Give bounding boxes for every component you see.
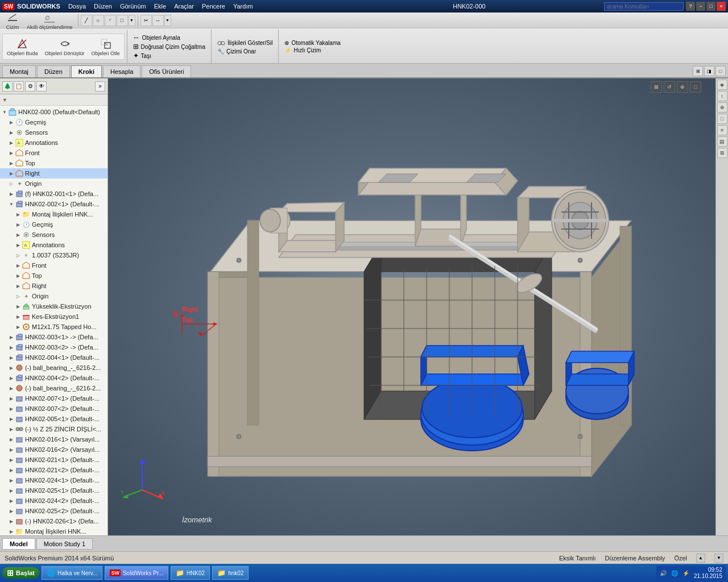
circle-tool[interactable]: ○ bbox=[93, 15, 104, 26]
list-item[interactable]: ▶ (-) ball_bearing_-_6216-2... bbox=[0, 383, 107, 393]
rs-btn-5[interactable]: ≡ bbox=[717, 125, 727, 135]
list-item[interactable]: ▶ HNK02-005<1> (Default-... bbox=[0, 414, 107, 424]
list-item[interactable]: ▶ Yükseklik-Ekstrüzyon bbox=[0, 301, 107, 311]
hnk024-2-expand[interactable]: ▶ bbox=[8, 497, 15, 504]
list-item[interactable]: ▶ A Annotations bbox=[0, 240, 107, 250]
properties-icon[interactable]: 📋 bbox=[14, 81, 24, 92]
list-item[interactable]: ▶ HNK02-004<2> (Default-... bbox=[0, 373, 107, 383]
list-item[interactable]: ▶ Right bbox=[0, 281, 107, 291]
menu-gorunum[interactable]: Görünüm bbox=[117, 3, 150, 10]
objeleri-buda-button[interactable]: Objeleri Buda bbox=[4, 35, 41, 58]
list-item[interactable]: ▶ HNK02-007<2> (Default-... bbox=[0, 404, 107, 414]
tree-root[interactable]: ▼ HNK02-000 (Default<Default) bbox=[0, 107, 107, 117]
montaj-ili2-expand[interactable]: ▶ bbox=[8, 528, 15, 535]
cizim-cogalt-button[interactable]: ⊞ Doğrusal Çizim Çoğaltma bbox=[131, 42, 208, 51]
list-item[interactable]: ▷ ≡ 1.0037 (S235JR) bbox=[0, 250, 107, 260]
ball1-expand[interactable]: ▶ bbox=[8, 364, 15, 371]
extend-tool[interactable]: ↔ bbox=[152, 15, 164, 26]
anno-expand[interactable]: ▶ bbox=[8, 139, 15, 146]
menu-ekle[interactable]: Ekle bbox=[151, 3, 169, 10]
ball2-expand[interactable]: ▶ bbox=[8, 385, 15, 392]
list-item[interactable]: ▶ (-) ½ Z 25 ZİNCİR DİŞLİ<... bbox=[0, 424, 107, 434]
close-button[interactable]: × bbox=[717, 2, 726, 11]
list-item[interactable]: ▶ Top bbox=[0, 271, 107, 281]
right-expand[interactable]: ▶ bbox=[8, 170, 15, 177]
mat-expand[interactable]: ▷ bbox=[15, 252, 22, 259]
list-item[interactable]: ▶ Sensors bbox=[0, 127, 107, 138]
panel-expand[interactable]: » bbox=[95, 81, 105, 92]
hnk003-2-expand[interactable]: ▶ bbox=[8, 344, 15, 351]
list-item[interactable]: ▶ (-) ball_bearing_-_6216-2... bbox=[0, 363, 107, 373]
feature-tree[interactable]: ▼ HNK02-000 (Default<Default) ▶ 🕐 Geçmiş… bbox=[0, 106, 107, 535]
tab-ofis[interactable]: Ofis Ürünleri bbox=[142, 65, 191, 77]
list-item[interactable]: ▶ HNK02-016<1> (Varsayıl... bbox=[0, 434, 107, 444]
menu-yardim[interactable]: Yardım bbox=[230, 3, 257, 10]
display-icon[interactable]: 👁 bbox=[36, 81, 47, 92]
draw-tools-expand[interactable]: ▼ bbox=[129, 15, 135, 26]
rs-btn-4[interactable]: □ bbox=[717, 114, 727, 124]
start-button[interactable]: ⊞ Başlat bbox=[2, 567, 39, 579]
rs-btn-2[interactable]: ↕ bbox=[717, 91, 727, 101]
list-item[interactable]: ▶ HNK02-016<2> (Varsayıl... bbox=[0, 444, 107, 455]
list-item[interactable]: ▶ 📁 Montaj İlişkileri HNK... bbox=[0, 209, 107, 219]
hnk025-1-expand[interactable]: ▶ bbox=[8, 487, 15, 494]
list-item[interactable]: ▶ Sensors bbox=[0, 230, 107, 240]
rs-btn-3[interactable]: ⊕ bbox=[717, 102, 727, 113]
hizli-cizim-button[interactable]: ⚡ Hızlı Çizim bbox=[282, 47, 342, 54]
modify-tools-expand[interactable]: ▼ bbox=[164, 15, 171, 26]
search-input[interactable] bbox=[604, 2, 684, 11]
list-item[interactable]: ▶ HNK02-021<1> (Default-... bbox=[0, 455, 107, 465]
tab-model[interactable]: Model bbox=[2, 538, 35, 550]
hnk016-2-expand[interactable]: ▶ bbox=[8, 446, 15, 453]
zincir-expand[interactable]: ▶ bbox=[8, 426, 15, 433]
objeleri-donustur-button[interactable]: Objeleri Dönüştür bbox=[42, 35, 88, 58]
view-icon-3[interactable]: ⊕ bbox=[677, 81, 688, 93]
status-down[interactable]: ▼ bbox=[714, 554, 723, 563]
tab-duzen[interactable]: Düzen bbox=[37, 65, 70, 77]
menu-araclar[interactable]: Araçlar bbox=[171, 3, 197, 10]
list-item[interactable]: ▶ Front bbox=[0, 148, 107, 158]
anno2-expand[interactable]: ▶ bbox=[15, 242, 22, 248]
list-item[interactable]: ▼ HNK02-002<1> (Default-... bbox=[0, 199, 107, 209]
list-item[interactable]: ▶ M12x1.75 Tapped Ho... bbox=[0, 322, 107, 332]
iliski-goster-button[interactable]: İlişkileri Göster/Sil bbox=[215, 39, 275, 48]
objeleri-otle-button[interactable]: Objeleri Ötle bbox=[89, 35, 123, 58]
gecmis2-expand[interactable]: ▶ bbox=[15, 221, 22, 228]
list-item[interactable]: ▶ A Annotations bbox=[0, 138, 107, 148]
aynala-button[interactable]: ↔ Objeleri Aynala bbox=[131, 33, 208, 42]
sensors-expand[interactable]: ▶ bbox=[8, 129, 15, 136]
cizim-onar-button[interactable]: 🔧 Çizimi Onar bbox=[215, 48, 275, 55]
view-icon-1[interactable]: ⊠ bbox=[651, 81, 662, 93]
rs-btn-7[interactable]: ⊞ bbox=[717, 148, 727, 158]
hnk002-expand[interactable]: ▼ bbox=[8, 201, 15, 207]
hnk021-2-expand[interactable]: ▶ bbox=[8, 467, 15, 473]
oto-yakalama-button[interactable]: ⊕ Otomatik Yakalama bbox=[282, 39, 342, 47]
list-item[interactable]: ▶ 📁 Montaj İlişkileri HNK... bbox=[0, 526, 107, 535]
right2-expand[interactable]: ▶ bbox=[15, 282, 22, 289]
list-item[interactable]: ▷ ✦ Origin bbox=[0, 291, 107, 301]
minimize-button[interactable]: − bbox=[696, 2, 705, 11]
tab-kroki[interactable]: Kroki bbox=[71, 65, 102, 77]
tab-motion-study[interactable]: Motion Study 1 bbox=[36, 538, 93, 550]
hnk003-1-expand[interactable]: ▶ bbox=[8, 334, 15, 340]
menu-pencere[interactable]: Pencere bbox=[198, 3, 229, 10]
hnk021-1-expand[interactable]: ▶ bbox=[8, 456, 15, 463]
list-item[interactable]: ▷ ✦ Origin bbox=[0, 178, 107, 189]
list-item[interactable]: ▶ (-) HNK02-026<1> (Defa... bbox=[0, 516, 107, 526]
list-item[interactable]: ▶ HNK02-024<1> (Default-... bbox=[0, 475, 107, 485]
rs-btn-1[interactable]: ◈ bbox=[717, 80, 727, 90]
list-item[interactable]: ▶ 🕐 Geçmiş bbox=[0, 117, 107, 127]
list-item[interactable]: ▶ Kes-Ekstrüzyon1 bbox=[0, 311, 107, 322]
list-item[interactable]: ▶ Front bbox=[0, 260, 107, 271]
gecmis-expand[interactable]: ▶ bbox=[8, 119, 15, 126]
list-item[interactable]: ▶ Right bbox=[0, 168, 107, 178]
rs-btn-6[interactable]: ▤ bbox=[717, 136, 727, 147]
task-btn-chrome[interactable]: 🌐 Halka ve Nerv... bbox=[42, 566, 102, 580]
view-icon-2[interactable]: ↺ bbox=[664, 81, 675, 93]
m12-expand[interactable]: ▶ bbox=[15, 323, 22, 330]
list-item[interactable]: ▶ Top bbox=[0, 158, 107, 168]
hnk007-1-expand[interactable]: ▶ bbox=[8, 395, 15, 402]
list-item[interactable]: ▶ 🕐 Geçmiş bbox=[0, 219, 107, 230]
view-icon-4[interactable]: □ bbox=[690, 81, 701, 93]
view-btn-2[interactable]: ◨ bbox=[704, 66, 714, 76]
